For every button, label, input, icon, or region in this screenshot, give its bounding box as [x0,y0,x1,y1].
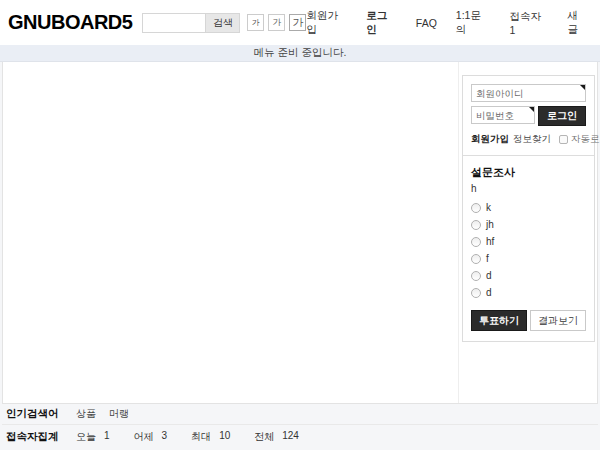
visitor-stats-label: 접속자집계 [6,430,76,444]
poll-option-label[interactable]: d [486,270,492,281]
popular-keywords-row: 인기검색어 상품 머랭 [2,404,598,425]
top-nav: 회원가입 로그인 FAQ 1:1문의 접속자 1 새글 [306,9,592,37]
login-box: 로그인 회원가입 정보찾기 자동로그인 [463,76,594,155]
member-id-input[interactable] [471,84,586,102]
login-button[interactable]: 로그인 [538,106,586,126]
poll-option-label[interactable]: jh [486,219,494,230]
register-link[interactable]: 회원가입 [471,133,509,146]
stat-today: 오늘 1 [76,430,110,444]
poll-option: hf [471,234,586,249]
footer: 인기검색어 상품 머랭 접속자집계 오늘 1 어제 3 최대 10 전체 124 [2,404,598,448]
poll-option-label[interactable]: f [486,253,489,264]
poll-option: jh [471,217,586,232]
stat-total: 전체 124 [254,430,299,444]
main-content: 로그인 회원가입 정보찾기 자동로그인 설문조사 h k jh [2,62,598,404]
nav-faq[interactable]: FAQ [416,17,437,29]
nav-new-posts[interactable]: 새글 [568,9,588,37]
content-area-empty [3,62,459,403]
poll-option-radio[interactable] [471,254,481,264]
poll-option: d [471,285,586,300]
search-box: 검색 [142,13,240,33]
password-input[interactable] [471,106,535,124]
find-info-link[interactable]: 정보찾기 [513,133,551,146]
poll-option-label[interactable]: d [486,287,492,298]
poll-option-radio[interactable] [471,288,481,298]
visitor-stats: 오늘 1 어제 3 최대 10 전체 124 [76,430,323,444]
nav-register[interactable]: 회원가입 [306,9,347,37]
poll-question: h [471,183,586,194]
required-marker-icon [580,85,585,90]
poll-option: d [471,268,586,283]
auto-login-label: 자동로그인 [571,133,600,146]
popular-keywords-label: 인기검색어 [6,407,76,421]
nav-qna[interactable]: 1:1문의 [456,9,491,37]
auto-login-checkbox[interactable] [559,135,568,144]
header: GNUBOARD5 검색 가 가 가 회원가입 로그인 FAQ 1:1문의 접속… [0,0,600,45]
search-input[interactable] [143,14,205,32]
stat-max: 최대 10 [191,430,230,444]
sidebar: 로그인 회원가입 정보찾기 자동로그인 설문조사 h k jh [462,75,595,342]
poll-option: k [471,200,586,215]
poll-option-radio[interactable] [471,271,481,281]
keyword-list: 상품 머랭 [76,407,129,421]
menu-bar: 메뉴 준비 중입니다. [0,45,600,62]
poll-option-label[interactable]: k [486,202,491,213]
font-size-medium-button[interactable]: 가 [268,14,285,31]
poll-box: 설문조사 h k jh hf f d [463,156,594,341]
site-logo[interactable]: GNUBOARD5 [8,11,132,34]
font-size-small-button[interactable]: 가 [247,14,264,31]
nav-current-visitors[interactable]: 접속자 1 [509,10,548,36]
vote-button[interactable]: 투표하기 [471,310,527,331]
poll-buttons: 투표하기 결과보기 [471,310,586,331]
poll-option-radio[interactable] [471,237,481,247]
menu-bar-message: 메뉴 준비 중입니다. [254,46,347,60]
poll-title: 설문조사 [471,165,586,180]
poll-option-radio[interactable] [471,203,481,213]
poll-option-radio[interactable] [471,220,481,230]
visitor-stats-row: 접속자집계 오늘 1 어제 3 최대 10 전체 124 [2,425,598,448]
stat-yesterday: 어제 3 [134,430,168,444]
poll-result-button[interactable]: 결과보기 [530,310,586,331]
search-button[interactable]: 검색 [205,14,239,32]
required-marker-icon [529,107,534,112]
auto-login: 자동로그인 [559,133,600,146]
font-size-controls: 가 가 가 [247,14,306,31]
poll-option: f [471,251,586,266]
keyword-link[interactable]: 상품 [76,407,96,421]
login-links: 회원가입 정보찾기 자동로그인 [471,133,586,146]
nav-login[interactable]: 로그인 [366,9,397,37]
keyword-link[interactable]: 머랭 [109,407,129,421]
font-size-large-button[interactable]: 가 [289,14,306,31]
poll-option-label[interactable]: hf [486,236,494,247]
